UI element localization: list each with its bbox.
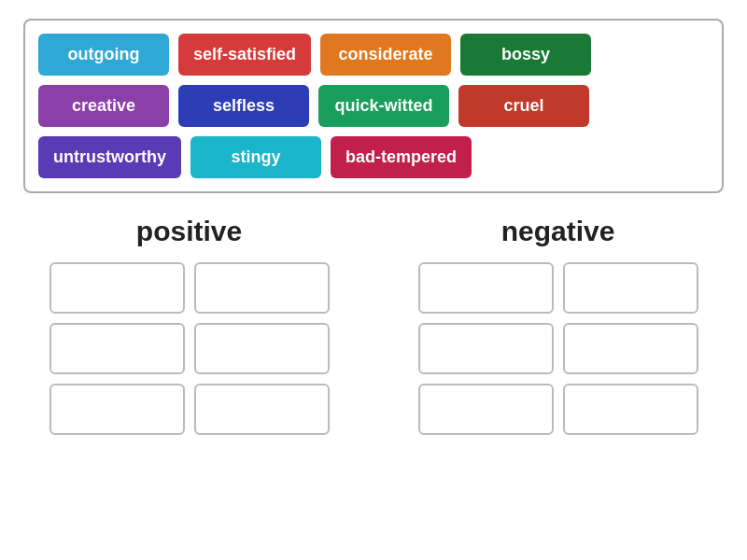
negative-section: negative [392, 216, 724, 435]
word-chip-cruel[interactable]: cruel [458, 85, 589, 127]
negative-drop-cell-2[interactable] [563, 262, 698, 314]
word-chip-bossy[interactable]: bossy [460, 34, 591, 76]
positive-drop-cell-4[interactable] [194, 323, 330, 374]
negative-drop-cell-1[interactable] [418, 262, 554, 314]
word-chip-selfless[interactable]: selfless [178, 85, 309, 127]
positive-drop-cell-2[interactable] [194, 262, 330, 314]
positive-drop-cell-1[interactable] [49, 262, 185, 314]
word-chip-quick-witted[interactable]: quick-witted [318, 85, 449, 127]
word-row-1: creativeselflessquick-wittedcruel [38, 85, 709, 127]
word-chip-bad-tempered[interactable]: bad-tempered [331, 136, 472, 178]
positive-title: positive [136, 216, 242, 247]
negative-drop-cell-6[interactable] [563, 384, 698, 435]
word-chip-creative[interactable]: creative [38, 85, 169, 127]
negative-drop-cell-4[interactable] [563, 323, 698, 374]
word-chip-considerate[interactable]: considerate [320, 34, 451, 76]
word-row-2: untrustworthystingybad-tempered [38, 136, 709, 178]
word-row-0: outgoingself-satisfiedconsideratebossy [38, 34, 709, 76]
word-chip-self-satisfied[interactable]: self-satisfied [178, 34, 311, 76]
negative-title: negative [501, 216, 615, 247]
positive-drop-cell-3[interactable] [49, 323, 185, 374]
categories-area: positive negative [23, 216, 724, 435]
word-chip-outgoing[interactable]: outgoing [38, 34, 169, 76]
positive-section: positive [23, 216, 355, 435]
positive-drop-cell-6[interactable] [194, 384, 330, 435]
negative-drop-cell-5[interactable] [418, 384, 554, 435]
negative-drop-cell-3[interactable] [418, 323, 554, 374]
positive-drop-cell-5[interactable] [49, 384, 185, 435]
word-chip-stingy[interactable]: stingy [190, 136, 321, 178]
word-bank: outgoingself-satisfiedconsideratebossycr… [23, 19, 724, 193]
negative-drop-grid [418, 262, 698, 435]
positive-drop-grid [49, 262, 330, 435]
word-chip-untrustworthy[interactable]: untrustworthy [38, 136, 181, 178]
